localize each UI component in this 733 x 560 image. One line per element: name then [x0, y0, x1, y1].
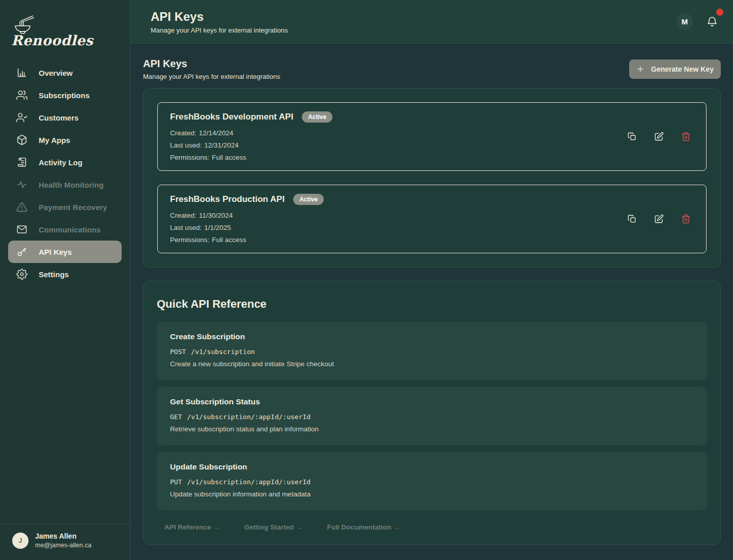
key-created-value: 11/30/2024: [199, 212, 233, 219]
sidebar-item-label: Overview: [39, 69, 73, 77]
key-actions: [625, 212, 693, 226]
account-avatar[interactable]: M: [676, 13, 693, 31]
brand-name: Renoodles: [11, 33, 130, 48]
endpoint-title: Create Subscription: [170, 332, 694, 341]
endpoint-code: GET/v1/subscription/:appId/:userId: [170, 413, 694, 421]
user-email: me@james-allen.ca: [35, 542, 92, 549]
sidebar-item-label: Customers: [39, 113, 78, 122]
sidebar-item-label: Health Monitoring: [39, 181, 104, 189]
copy-key-button[interactable]: [625, 212, 639, 226]
topbar-actions: M: [676, 13, 720, 31]
generate-new-key-button[interactable]: Generate New Key: [629, 60, 721, 79]
api-keys-panel: FreshBooks Development API Active Create…: [143, 88, 721, 268]
sidebar-item-label: Payment Recovery: [39, 203, 107, 212]
key-created-value: 12/14/2024: [199, 129, 234, 137]
key-created-label: Created:: [170, 212, 196, 219]
key-permissions: Permissions:Full access: [170, 234, 694, 246]
noodle-bowl-icon: [11, 14, 130, 35]
sidebar-item-label: API Keys: [39, 248, 72, 256]
sidebar-item-communications[interactable]: Communications: [8, 218, 122, 241]
sidebar: Renoodles Overview Subscriptions Custome…: [0, 0, 130, 560]
content: API Keys Manage your API keys for extern…: [130, 44, 733, 560]
sidebar-item-label: Communications: [39, 225, 101, 234]
generate-new-key-label: Generate New Key: [651, 65, 714, 73]
delete-key-button[interactable]: [679, 130, 693, 144]
key-status-badge: Active: [293, 194, 324, 205]
user-check-icon: [16, 112, 27, 123]
endpoint-card: Update Subscription PUT/v1/subscription/…: [157, 452, 707, 510]
reference-title: Quick API Reference: [157, 298, 707, 311]
key-name: FreshBooks Production API: [170, 194, 285, 204]
delete-key-button[interactable]: [679, 212, 693, 226]
key-last-used-value: 12/31/2024: [204, 141, 239, 149]
edit-icon: [654, 132, 664, 141]
copy-key-button[interactable]: [625, 130, 639, 144]
edit-key-button[interactable]: [652, 212, 666, 226]
trash-icon: [681, 132, 691, 141]
copy-icon: [627, 132, 637, 141]
api-key-card: FreshBooks Development API Active Create…: [157, 102, 707, 171]
endpoint-card: Create Subscription POST/v1/subscription…: [157, 322, 707, 380]
endpoint-description: Retrieve subscription status and plan in…: [170, 425, 694, 433]
pulse-icon: [16, 179, 27, 190]
plus-icon: [636, 65, 644, 73]
user-avatar: J: [12, 533, 29, 549]
edit-icon: [654, 214, 664, 224]
key-last-used-label: Last used:: [170, 141, 202, 149]
link-getting-started[interactable]: Getting Started →: [244, 523, 303, 531]
sidebar-item-overview[interactable]: Overview: [8, 62, 122, 84]
endpoint-code: POST/v1/subscription: [170, 348, 694, 356]
quick-api-reference-panel: Quick API Reference Create Subscription …: [143, 281, 721, 545]
sidebar-item-my-apps[interactable]: My Apps: [8, 129, 122, 151]
key-permissions-value: Full access: [212, 154, 246, 161]
sidebar-item-label: My Apps: [39, 136, 70, 144]
user-panel[interactable]: J James Allen me@james-allen.ca: [0, 524, 130, 560]
endpoint-card: Get Subscription Status GET/v1/subscript…: [157, 387, 707, 445]
endpoint-title: Update Subscription: [170, 462, 694, 471]
bell-icon: [706, 16, 718, 28]
key-last-used: Last used:12/31/2024: [170, 139, 694, 152]
notifications-button[interactable]: [704, 13, 720, 31]
gear-icon: [16, 269, 27, 280]
key-permissions-label: Permissions:: [170, 154, 209, 161]
warning-triangle-icon: [16, 201, 27, 213]
bar-chart-icon: [16, 67, 27, 78]
app-logo[interactable]: Renoodles: [0, 0, 130, 54]
sidebar-item-customers[interactable]: Customers: [8, 106, 122, 129]
key-last-used-label: Last used:: [170, 224, 202, 231]
key-name: FreshBooks Development API: [170, 112, 293, 122]
mail-icon: [16, 224, 27, 235]
link-api-reference[interactable]: API Reference →: [164, 523, 220, 531]
sidebar-item-payment-recovery[interactable]: Payment Recovery: [8, 196, 122, 218]
topbar: API Keys Manage your API keys for extern…: [130, 0, 733, 44]
key-created: Created:12/14/2024: [170, 127, 694, 139]
sidebar-item-label: Settings: [39, 270, 69, 279]
endpoint-path: /v1/subscription: [191, 348, 255, 356]
sidebar-item-settings[interactable]: Settings: [8, 263, 122, 285]
section-title: API Keys: [143, 58, 280, 70]
endpoint-description: Create a new subscription and initiate S…: [170, 360, 694, 368]
key-created-label: Created:: [170, 129, 196, 137]
main-area: API Keys Manage your API keys for extern…: [130, 0, 733, 560]
copy-icon: [627, 214, 637, 224]
key-permissions-value: Full access: [212, 236, 246, 244]
key-icon: [16, 246, 27, 257]
key-last-used: Last used:1/1/2025: [170, 222, 694, 234]
sidebar-nav: Overview Subscriptions Customers My Apps…: [0, 62, 130, 285]
page-subtitle: Manage your API keys for external integr…: [151, 26, 288, 34]
endpoint-method: POST: [170, 348, 186, 356]
section-subtitle: Manage your API keys for external integr…: [143, 73, 280, 80]
endpoint-description: Update subscription information and meta…: [170, 490, 694, 498]
sidebar-item-health-monitoring[interactable]: Health Monitoring: [8, 173, 122, 196]
endpoint-code: PUT/v1/subscription/:appId/:userId: [170, 478, 694, 486]
endpoint-path: /v1/subscription/:appId/:userId: [187, 413, 311, 421]
endpoint-path: /v1/subscription/:appId/:userId: [187, 478, 311, 486]
edit-key-button[interactable]: [652, 130, 666, 144]
link-full-documentation[interactable]: Full Documentation →: [327, 523, 400, 531]
sidebar-item-api-keys[interactable]: API Keys: [8, 241, 122, 263]
users-icon: [16, 90, 27, 101]
key-last-used-value: 1/1/2025: [204, 224, 231, 231]
sidebar-item-activity-log[interactable]: Activity Log: [8, 151, 122, 173]
sidebar-item-subscriptions[interactable]: Subscriptions: [8, 84, 122, 106]
key-status-badge: Active: [302, 111, 332, 123]
